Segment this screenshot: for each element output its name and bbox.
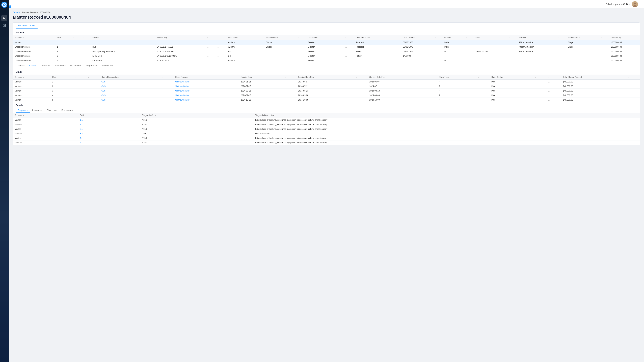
cr1-prev3 xyxy=(296,45,306,49)
diag-3-ref[interactable]: 3.1 xyxy=(78,127,117,131)
claim-col-prev3[interactable]: ‹ xyxy=(226,75,239,80)
sidebar-toggle[interactable]: ▶ xyxy=(9,5,12,8)
col-prev10[interactable]: ‹ xyxy=(507,35,517,40)
tab-prescribers[interactable]: Prescribers xyxy=(52,63,68,68)
claim-row-4: Master ▾ 4 CVS Matthew Graber 2024-09-15… xyxy=(13,93,640,98)
sub-tab-insurance[interactable]: Insurance xyxy=(30,108,44,113)
claim-2-provider[interactable]: Matthew Graber xyxy=(173,84,226,89)
claim-2-svc-start: 2024-07-11 xyxy=(296,84,354,89)
diag-4-ref[interactable]: 3.2 xyxy=(78,131,117,136)
claim-5-provider[interactable]: Matthew Graber xyxy=(173,98,226,102)
col-next3[interactable]: › xyxy=(344,35,354,40)
user-menu[interactable]: Julia Longname-Collins ▾ xyxy=(606,1,641,7)
claim-col-prev6[interactable]: ‹ xyxy=(424,75,437,80)
col-prev4[interactable]: ‹ xyxy=(254,35,264,40)
claim-1-total: $40,000.00 xyxy=(561,80,626,84)
claim-col-schema[interactable]: Schema ▾ xyxy=(13,75,50,80)
diag-3-schema[interactable]: Master ▾ xyxy=(13,127,78,131)
claim-3-provider[interactable]: Matthew Graber xyxy=(173,89,226,93)
col-prev1[interactable]: ‹ xyxy=(71,35,81,40)
diag-col-prev1[interactable]: ‹ xyxy=(117,113,140,118)
sub-tab-procedures[interactable]: Procedures xyxy=(59,108,75,113)
claim-3-org[interactable]: CVS xyxy=(100,89,160,93)
claim-col-next2[interactable]: › xyxy=(546,75,561,80)
sidebar-item-search[interactable] xyxy=(1,15,8,21)
claim-col-prev5[interactable]: ‹ xyxy=(354,75,368,80)
diag-1-schema[interactable]: Master ▾ xyxy=(13,118,78,122)
cr3-schema[interactable]: Cross Reference ▾ xyxy=(13,54,55,58)
cr4-prev xyxy=(146,58,155,63)
claim-5-schema[interactable]: Master ▾ xyxy=(13,98,50,102)
diag-4-schema[interactable]: Master ▾ xyxy=(13,131,78,136)
col-schema[interactable]: Schema ▾ xyxy=(13,35,55,40)
claim-1-org[interactable]: CVS xyxy=(100,80,160,84)
tab-consents[interactable]: Consents xyxy=(38,63,52,68)
cr4-schema[interactable]: Cross Reference ▾ xyxy=(13,58,55,63)
claim-2-schema[interactable]: Master ▾ xyxy=(13,84,50,89)
diag-col-ref: Ref# xyxy=(78,113,117,118)
diag-col-prev2[interactable]: ‹ xyxy=(230,113,253,118)
app-logo[interactable] xyxy=(1,2,8,8)
claim-1-svc-start: 2024-06-07 xyxy=(296,80,354,84)
claim-1-provider[interactable]: Matthew Graber xyxy=(173,80,226,84)
col-prev2[interactable]: ‹ xyxy=(146,35,155,40)
breadcrumb-search[interactable]: Search xyxy=(13,11,20,13)
col-prev6[interactable]: ‹ xyxy=(334,35,344,40)
col-prev7[interactable]: ‹ xyxy=(392,35,401,40)
claim-4-total: $40,000.00 xyxy=(561,93,626,98)
col-next1[interactable]: › xyxy=(81,35,91,40)
sub-tab-claim-line[interactable]: Claim Line xyxy=(44,108,59,113)
claim-4-provider[interactable]: Matthew Graber xyxy=(173,93,226,98)
claim-3-svc-end: 2024-08-13 xyxy=(368,89,424,93)
col-prev3[interactable]: ‹ xyxy=(205,35,216,40)
sub-tab-diagnosis[interactable]: Diagnosis xyxy=(16,108,30,113)
cr1-schema[interactable]: Cross Reference ▾ xyxy=(13,45,55,49)
diag-row-2: Master ▾ 2.1 A15.0 Tuberculosis of the l… xyxy=(13,122,640,127)
sidebar-item-records[interactable] xyxy=(1,22,8,28)
col-next2[interactable]: › xyxy=(216,35,226,40)
claim-col-prev7[interactable]: ‹ xyxy=(476,75,490,80)
tab-diagnostics[interactable]: Diagnostics xyxy=(84,63,100,68)
cr2-schema[interactable]: Cross Reference ▾ xyxy=(13,49,55,54)
col-prev8[interactable]: ‹ xyxy=(433,35,443,40)
diag-2-schema[interactable]: Master ▾ xyxy=(13,122,78,127)
claim-col-prev9[interactable]: ‹ xyxy=(626,75,640,80)
claim-4-schema[interactable]: Master ▾ xyxy=(13,93,50,98)
claim-5-org[interactable]: CVS xyxy=(100,98,160,102)
claim-3-schema[interactable]: Master ▾ xyxy=(13,89,50,93)
col-prev9[interactable]: ‹ xyxy=(464,35,474,40)
claim-5-ref: 5 xyxy=(50,98,73,102)
tab-claims[interactable]: Claims xyxy=(27,63,38,68)
claim-3-next1 xyxy=(86,89,100,93)
tab-encounters[interactable]: Encounters xyxy=(68,63,84,68)
diag-5-schema[interactable]: Master ▾ xyxy=(13,136,78,140)
claim-5-prev5 xyxy=(354,98,368,102)
cr1-ref: 1 xyxy=(55,45,71,49)
claim-col-prev2[interactable]: ‹ xyxy=(160,75,173,80)
diag-5-ref[interactable]: 4.1 xyxy=(78,136,117,140)
diag-6-schema[interactable]: Master ▾ xyxy=(13,140,78,145)
claim-col-next1[interactable]: › xyxy=(86,75,100,80)
claim-1-schema[interactable]: Master ▾ xyxy=(13,80,50,84)
cr3-prev7 xyxy=(464,54,474,58)
col-prev5[interactable]: ‹ xyxy=(296,35,306,40)
claim-col-prev4[interactable]: ‹ xyxy=(283,75,296,80)
col-prev12[interactable]: ‹ xyxy=(599,35,609,40)
cr3-prev8 xyxy=(507,54,517,58)
user-menu-chevron[interactable]: ▾ xyxy=(640,3,641,5)
diag-col-code: Diagnosis Code xyxy=(140,113,230,118)
tab-procedures[interactable]: Procedures xyxy=(100,63,116,68)
col-customer-class: Customer Class xyxy=(354,35,392,40)
diag-col-schema[interactable]: Schema ▾ xyxy=(13,113,78,118)
diag-2-ref[interactable]: 2.1 xyxy=(78,122,117,127)
claim-4-org[interactable]: CVS xyxy=(100,93,160,98)
tab-expanded-profile[interactable]: Expanded Profile xyxy=(16,23,38,29)
diag-1-ref[interactable]: 1.1 xyxy=(78,118,117,122)
claim-col-prev1[interactable]: ‹ xyxy=(73,75,86,80)
tab-details[interactable]: Details xyxy=(16,63,27,68)
col-prev11[interactable]: ‹ xyxy=(556,35,566,40)
diag-6-ref[interactable]: 5.1 xyxy=(78,140,117,145)
claim-2-org[interactable]: CVS xyxy=(100,84,160,89)
claim-col-prev8[interactable]: ‹ xyxy=(533,75,546,80)
cr4-middle-name xyxy=(264,58,296,63)
